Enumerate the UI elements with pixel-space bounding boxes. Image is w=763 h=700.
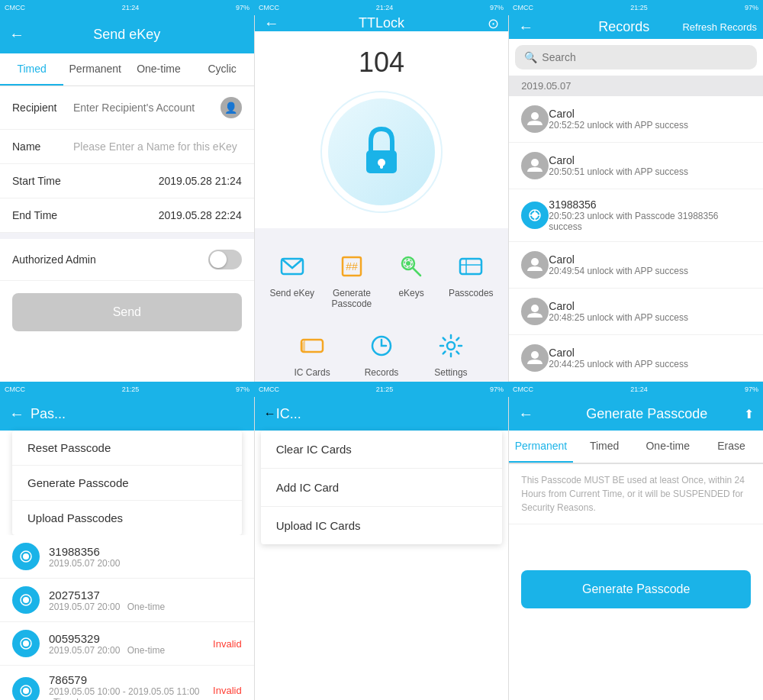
svg-point-26 <box>23 597 29 603</box>
svg-point-30 <box>23 688 29 694</box>
back-button-1[interactable]: ← <box>9 26 24 44</box>
record-item-4: Carol 20:49:54 unlock with APP success <box>509 242 763 289</box>
tab-erase[interactable]: Erase <box>700 431 763 463</box>
back-button-3[interactable]: ← <box>518 18 533 36</box>
tab-timed[interactable]: Timed <box>0 53 63 85</box>
lock-inner <box>328 98 435 205</box>
battery-6: 97% <box>745 385 758 393</box>
record-name-3: 31988356 <box>549 198 751 211</box>
record-name-1: Carol <box>549 108 751 120</box>
time-1: 21:24 <box>122 4 140 11</box>
record-avatar-2 <box>521 152 549 179</box>
lock-circle <box>320 91 443 213</box>
passcodes-header: ← Pas... <box>0 397 254 431</box>
tab-permanent[interactable]: Permanent <box>63 53 127 85</box>
time-2: 21:24 <box>376 4 394 11</box>
clear-ic-cards-option[interactable]: Clear IC Cards <box>261 431 503 469</box>
menu-generate-passcode[interactable]: ## Generate Passcode <box>322 244 382 315</box>
svg-point-28 <box>23 640 29 647</box>
records-header: ← Records Refresh Records <box>509 15 763 39</box>
battery-4: 97% <box>236 385 250 393</box>
menu-passcodes[interactable]: Passcodes <box>441 244 501 315</box>
record-info-5: Carol 20:48:25 unlock with APP success <box>549 300 751 323</box>
menu-settings[interactable]: Settings <box>416 323 485 382</box>
passcode-item-2: 20275137 2019.05.07 20:00 One-time <box>0 579 254 622</box>
tab-one-time[interactable]: One-time <box>127 53 190 85</box>
tab-one-time-gen[interactable]: One-time <box>636 431 700 463</box>
passcode-item-3: 00595329 2019.05.07 20:00 One-time Inval… <box>0 622 254 666</box>
svg-point-14 <box>447 342 455 350</box>
tab-permanent[interactable]: Permanent <box>509 431 572 463</box>
menu-send-ekey[interactable]: Send eKey <box>262 244 322 315</box>
record-time-3: 20:50:23 unlock with Passcode 31988356 s… <box>549 211 751 232</box>
battery-3: 97% <box>745 4 758 11</box>
ttlock-header: ← TTLock ⊙ <box>255 15 509 31</box>
main-menu-grid: Send eKey ## Generate Passcode eKeys Pas… <box>255 228 509 323</box>
battery-1: 97% <box>236 4 250 11</box>
ttlock-title: TTLock <box>359 15 404 31</box>
search-input[interactable] <box>542 51 748 63</box>
send-button[interactable]: Send <box>12 293 242 331</box>
carrier-1: CMCC <box>5 4 25 11</box>
auth-toggle[interactable] <box>208 250 242 269</box>
end-time-label: End Time <box>12 209 73 221</box>
carrier-4: CMCC <box>5 385 25 393</box>
svg-rect-2 <box>380 163 383 169</box>
generate-passcode-option[interactable]: Generate Passcode <box>12 466 242 501</box>
add-ic-card-option[interactable]: Add IC Card <box>261 469 503 507</box>
record-item-5: Carol 20:48:25 unlock with APP success <box>509 289 763 335</box>
menu-ic-cards-label: IC Cards <box>294 367 330 378</box>
passcode-note: This Passcode MUST BE used at least Once… <box>509 464 763 524</box>
carrier-2: CMCC <box>259 4 279 11</box>
reset-passcode-option[interactable]: Reset Passcode <box>12 431 242 466</box>
export-icon[interactable]: ⬆ <box>744 407 754 421</box>
generate-passcode-title: Generate Passcode <box>539 406 754 422</box>
passcode-date-4: 2019.05.05 10:00 - 2019.05.05 11:00 Time… <box>49 686 213 700</box>
menu-ic-cards[interactable]: IC Cards <box>278 323 347 382</box>
passcodes-icon <box>454 250 488 283</box>
record-name-4: Carol <box>549 253 751 266</box>
send-ekey-panel: ← Send eKey Timed Permanent One-time Cyc… <box>0 15 255 382</box>
ic-cards-title: IC... <box>276 406 301 422</box>
passcodes-panel: ← Pas... Reset Passcode Generate Passcod… <box>0 397 255 700</box>
recipient-input[interactable] <box>73 102 221 114</box>
passcodes-title: Pas... <box>31 406 66 422</box>
tab-cyclic[interactable]: Cyclic <box>191 53 254 85</box>
passcode-type-tabs: Permanent Timed One-time Erase <box>509 431 763 464</box>
passcode-dropdown: Reset Passcode Generate Passcode Upload … <box>12 431 242 535</box>
record-avatar-6 <box>521 344 549 372</box>
tab-timed-gen[interactable]: Timed <box>573 431 636 463</box>
menu-records[interactable]: Records <box>347 323 417 382</box>
menu-generate-passcode-label: Generate Passcode <box>325 288 378 309</box>
svg-point-23 <box>531 351 539 359</box>
back-button-5[interactable]: ← <box>264 407 276 421</box>
refresh-button[interactable]: Refresh Records <box>682 21 757 33</box>
record-item-3: 31988356 20:50:23 unlock with Passcode 3… <box>509 189 763 242</box>
svg-point-24 <box>23 553 29 560</box>
back-button-4[interactable]: ← <box>9 405 24 423</box>
back-button-6[interactable]: ← <box>518 405 533 423</box>
passcode-info-3: 00595329 2019.05.07 20:00 One-time <box>49 632 213 656</box>
passcode-date-2: 2019.05.07 20:00 One-time <box>49 602 242 612</box>
passcode-icon-2 <box>12 586 40 614</box>
menu-ekeys[interactable]: eKeys <box>382 244 441 315</box>
back-button-2[interactable]: ← <box>264 15 279 32</box>
recipient-icon: 👤 <box>221 97 242 118</box>
upload-ic-cards-option[interactable]: Upload IC Cards <box>261 507 503 544</box>
settings-icon[interactable]: ⊙ <box>488 15 499 32</box>
search-icon: 🔍 <box>524 51 537 63</box>
passcode-icon-1 <box>12 543 40 570</box>
upload-passcodes-option[interactable]: Upload Passcodes <box>12 501 242 535</box>
record-avatar-5 <box>521 298 549 325</box>
name-label: Name <box>12 140 73 153</box>
generate-passcode-button[interactable]: Generate Passcode <box>521 570 751 608</box>
record-info-2: Carol 20:50:51 unlock with APP success <box>549 154 751 177</box>
status-bar-2: CMCC 21:24 97% <box>254 0 508 15</box>
ekey-tabs: Timed Permanent One-time Cyclic <box>0 53 254 86</box>
passcode-icon-3 <box>12 630 40 657</box>
status-bar-3: CMCC 21:25 97% <box>508 0 763 15</box>
ic-cards-icon <box>295 329 329 363</box>
status-bar-5: CMCC 21:25 97% <box>254 382 508 397</box>
passcode-item-4: 786579 2019.05.05 10:00 - 2019.05.05 11:… <box>0 666 254 700</box>
auth-label: Authorized Admin <box>12 253 208 266</box>
